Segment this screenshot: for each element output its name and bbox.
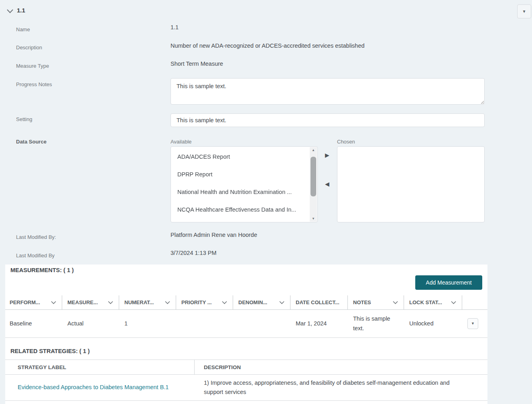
scrollbar-up-icon[interactable]: ▲ xyxy=(310,147,317,153)
column-header-measure[interactable]: MEASURE... xyxy=(62,295,119,309)
collapse-chevron-icon[interactable] xyxy=(6,8,14,13)
related-strategies-table: STRATEGY LABEL DESCRIPTION Evidence-base… xyxy=(5,360,487,401)
last-modified-date-label: Last Modified By xyxy=(16,252,55,259)
measure-detail-page: 1.1 ▼ Name 1.1 Description Number of new… xyxy=(0,0,532,404)
column-header-date-collected[interactable]: DATE COLLECT... xyxy=(290,295,348,309)
measure-type-value: Short Term Measure xyxy=(171,61,223,67)
measurements-header-row: PERFORM... MEASURE... NUMERAT... PRIORIT… xyxy=(5,295,487,310)
cell-notes: This is sample text. xyxy=(348,314,404,333)
chevron-down-icon[interactable] xyxy=(393,299,398,305)
strategy-link[interactable]: Evidence-based Approaches to Diabetes Ma… xyxy=(18,384,169,390)
progress-notes-label: Progress Notes xyxy=(16,81,52,87)
setting-input[interactable] xyxy=(171,113,485,127)
progress-notes-textarea[interactable]: This is sample text. xyxy=(171,78,485,105)
down-triangle-icon: ▼ xyxy=(471,321,475,327)
data-source-label: Data Source xyxy=(16,139,47,145)
related-strategies-title: RELATED STRATEGIES: ( 1 ) xyxy=(10,348,90,354)
related-strategies-header-row: STRATEGY LABEL DESCRIPTION xyxy=(5,360,487,375)
list-item[interactable]: NCQA Healthcare Effectiveness Data and I… xyxy=(177,206,296,213)
table-row: Evidence-based Approaches to Diabetes Ma… xyxy=(5,375,487,401)
measurements-panel: MEASUREMENTS: ( 1 ) Add Measurement PERF… xyxy=(5,265,487,404)
cell-strategy-label: Evidence-based Approaches to Diabetes Ma… xyxy=(5,383,195,392)
cell-strategy-description: 1) Improve access, appropriateness, and … xyxy=(195,378,487,397)
cell-measure: Actual xyxy=(62,319,119,329)
description-value: Number of new ADA-recognized or ADCES-ac… xyxy=(171,42,365,49)
column-header-denominator[interactable]: DENOMIN... xyxy=(233,295,290,309)
column-header-lock-status[interactable]: LOCK STAT... xyxy=(404,295,462,309)
column-header-priority[interactable]: PRIORITY ... xyxy=(176,295,233,309)
column-header-actions xyxy=(462,295,487,309)
move-right-icon[interactable]: ▶ xyxy=(325,152,329,158)
table-row: Baseline Actual 1 Mar 1, 2024 This is sa… xyxy=(5,310,487,338)
name-value: 1.1 xyxy=(171,24,179,30)
measure-type-label: Measure Type xyxy=(16,63,49,69)
cell-actions: ▼ xyxy=(462,318,487,329)
last-modified-by-value: Platform Admin Rene van Hoorde xyxy=(171,232,257,238)
setting-label: Setting xyxy=(16,116,32,122)
add-measurement-button[interactable]: Add Measurement xyxy=(415,275,482,290)
column-header-numerator[interactable]: NUMERAT... xyxy=(119,295,176,309)
row-actions-dropdown-button[interactable]: ▼ xyxy=(467,318,478,329)
page-title: 1.1 xyxy=(17,7,25,14)
list-item[interactable]: DPRP Report xyxy=(177,171,213,178)
measurements-title: MEASUREMENTS: ( 1 ) xyxy=(10,267,74,273)
chevron-down-icon[interactable] xyxy=(222,299,227,305)
chevron-down-icon[interactable] xyxy=(165,299,170,305)
list-item[interactable]: National Health and Nutrition Examinatio… xyxy=(177,189,292,195)
scrollbar-down-icon[interactable]: ▼ xyxy=(310,216,317,222)
description-label: Description xyxy=(16,44,42,50)
name-label: Name xyxy=(16,26,30,32)
available-label: Available xyxy=(171,139,192,145)
chevron-down-icon[interactable] xyxy=(108,299,113,305)
available-listbox[interactable]: ADA/ADCES Report DPRP Report National He… xyxy=(171,146,318,222)
chevron-down-icon[interactable] xyxy=(279,299,284,305)
cell-date-collected: Mar 1, 2024 xyxy=(290,319,348,329)
cell-lock-status: Unlocked xyxy=(404,319,462,329)
last-modified-by-label: Last Modified By: xyxy=(16,234,56,240)
chosen-label: Chosen xyxy=(337,139,355,145)
move-left-icon[interactable]: ◀ xyxy=(325,181,329,187)
chevron-down-icon[interactable] xyxy=(51,299,56,305)
cell-performance: Baseline xyxy=(5,319,62,329)
down-triangle-icon: ▼ xyxy=(522,9,526,14)
scrollbar-thumb[interactable] xyxy=(311,157,316,196)
last-modified-date-value: 3/7/2024 1:13 PM xyxy=(171,250,216,256)
measurements-table: PERFORM... MEASURE... NUMERAT... PRIORIT… xyxy=(5,295,487,338)
page-actions-dropdown-button[interactable]: ▼ xyxy=(517,4,531,18)
column-header-strategy-label: STRATEGY LABEL xyxy=(5,360,195,374)
scrollbar[interactable]: ▲ ▼ xyxy=(310,147,317,222)
column-header-performance[interactable]: PERFORM... xyxy=(5,295,62,309)
column-header-description: DESCRIPTION xyxy=(195,360,487,374)
list-item[interactable]: ADA/ADCES Report xyxy=(177,154,230,160)
cell-numerator: 1 xyxy=(119,319,176,329)
chosen-listbox[interactable] xyxy=(337,146,485,222)
column-header-notes[interactable]: NOTES xyxy=(348,295,404,309)
chevron-down-icon[interactable] xyxy=(451,299,456,305)
